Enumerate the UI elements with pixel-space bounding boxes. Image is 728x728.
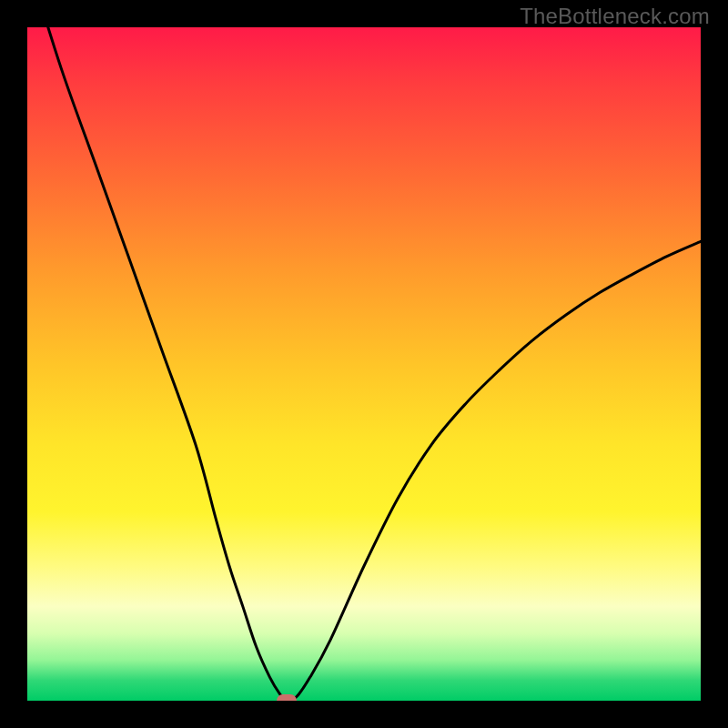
plot-area	[27, 27, 701, 701]
minimum-marker	[277, 694, 297, 701]
bottleneck-curve	[27, 27, 701, 701]
chart-frame: TheBottleneck.com	[0, 0, 728, 728]
curve-svg	[27, 27, 701, 701]
watermark-text: TheBottleneck.com	[520, 4, 710, 29]
